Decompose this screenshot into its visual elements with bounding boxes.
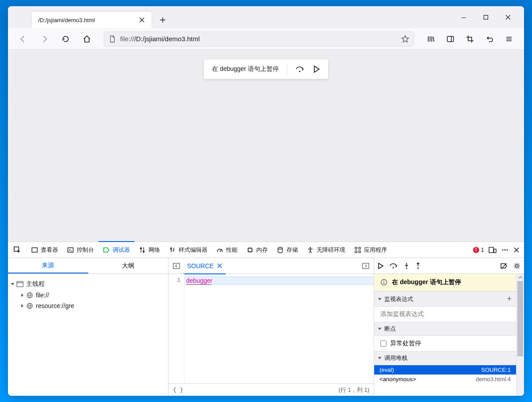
svg-rect-18 <box>17 281 23 287</box>
right-pane-scroll: 在 debugger 语句上暂停 监视表达式 + 添加监视表达式 断点 异 <box>374 274 516 396</box>
page-content: 在 debugger 语句上暂停 <box>8 50 524 242</box>
responsive-icon[interactable] <box>489 246 497 254</box>
star-icon[interactable] <box>401 35 409 43</box>
window-icon <box>16 281 23 288</box>
collapse-left-icon[interactable] <box>171 261 182 271</box>
code-line[interactable]: debugger <box>184 277 374 285</box>
resume-icon[interactable] <box>378 262 384 269</box>
scrollbar[interactable] <box>516 274 524 396</box>
close-icon[interactable] <box>217 263 222 268</box>
pretty-print-button[interactable]: { } <box>173 386 183 393</box>
stack-frame[interactable]: <anonymous> demo3.html:4 <box>374 375 516 384</box>
svg-rect-22 <box>363 263 369 269</box>
tab-sources[interactable]: 来源 <box>8 258 88 273</box>
tab-style-editor[interactable]: 样式编辑器 <box>164 242 212 258</box>
source-center-pane: SOURCE 1 debugger <box>168 258 374 396</box>
tab-applications[interactable]: 应用程序 <box>350 242 391 258</box>
url-input[interactable]: file:///D:/jsjiami/demo3.html <box>104 31 414 47</box>
tab-console[interactable]: 控制台 <box>63 242 98 258</box>
globe-icon <box>26 292 33 299</box>
step-over-icon[interactable] <box>389 263 398 269</box>
step-over-icon[interactable] <box>295 65 305 73</box>
minimize-button[interactable] <box>459 13 468 22</box>
svg-rect-12 <box>359 251 360 253</box>
window-controls <box>459 6 524 28</box>
maximize-button[interactable] <box>481 13 490 22</box>
globe-icon <box>26 302 33 309</box>
page-icon <box>109 35 116 43</box>
close-devtools-icon[interactable] <box>513 247 520 253</box>
gear-icon[interactable] <box>513 262 520 269</box>
chevron-down-icon <box>11 283 15 285</box>
kebab-icon[interactable] <box>501 246 509 254</box>
sidebar-icon[interactable] <box>443 32 458 46</box>
source-code-area[interactable]: 1 debugger <box>168 274 374 383</box>
undo-icon[interactable] <box>482 32 497 46</box>
home-button[interactable] <box>80 32 94 46</box>
svg-rect-4 <box>32 248 37 252</box>
back-button[interactable] <box>16 32 30 46</box>
reload-button[interactable] <box>59 32 73 46</box>
step-in-icon[interactable] <box>403 262 410 269</box>
debugger-right-pane: 在 debugger 语句上暂停 监视表达式 + 添加监视表达式 断点 异 <box>374 258 524 396</box>
tab-outline[interactable]: 大纲 <box>88 258 168 273</box>
tab-accessibility[interactable]: 无障碍环境 <box>302 242 350 258</box>
tab-storage[interactable]: 存储 <box>272 242 302 258</box>
info-icon <box>380 279 387 286</box>
source-footer: { } (行 1，列 1) <box>168 383 374 396</box>
scrollbar-thumb[interactable] <box>517 281 523 356</box>
tab-performance[interactable]: 性能 <box>212 242 242 258</box>
tab-memory[interactable]: 内存 <box>242 242 272 258</box>
stack-frame[interactable]: (eval) SOURCE:1 <box>374 365 516 375</box>
svg-point-16 <box>505 249 506 250</box>
close-icon[interactable] <box>138 16 145 23</box>
error-icon: ! <box>473 247 479 253</box>
checkbox[interactable] <box>380 340 387 347</box>
svg-point-28 <box>383 281 384 281</box>
disable-breakpoints-icon[interactable] <box>500 262 508 269</box>
browser-tab[interactable]: /D:/jsjiami/demo3.html <box>32 12 152 28</box>
cursor-position: (行 1，列 1) <box>339 386 369 394</box>
debugger-controls <box>374 258 524 274</box>
library-icon[interactable] <box>424 32 438 46</box>
pause-on-exceptions-checkbox[interactable]: 异常处暂停 <box>374 336 516 351</box>
svg-rect-14 <box>494 249 496 253</box>
watch-placeholder[interactable]: 添加监视表达式 <box>374 307 516 322</box>
svg-rect-11 <box>355 251 357 253</box>
breakpoints-section-header[interactable]: 断点 <box>374 322 516 336</box>
chevron-down-icon <box>378 328 382 330</box>
collapse-right-icon[interactable] <box>360 261 371 271</box>
tab-network[interactable]: 网络 <box>134 242 164 258</box>
debugger-pause-overlay: 在 debugger 语句上暂停 <box>204 59 328 79</box>
chevron-down-icon <box>378 357 382 359</box>
watch-section-header[interactable]: 监视表达式 + <box>374 291 516 307</box>
tab-inspector[interactable]: 查看器 <box>27 242 63 258</box>
resume-icon[interactable] <box>313 65 320 73</box>
crop-icon[interactable] <box>463 32 477 46</box>
menu-icon[interactable] <box>502 32 516 46</box>
close-window-button[interactable] <box>504 13 512 22</box>
callstack-section-header[interactable]: 调用堆栈 <box>374 351 516 365</box>
tree-row-file[interactable]: file:// <box>12 290 164 301</box>
svg-point-26 <box>516 265 518 267</box>
svg-point-23 <box>393 267 394 268</box>
forward-button[interactable] <box>37 32 51 46</box>
svg-rect-10 <box>359 247 360 249</box>
url-text: file:///D:/jsjiami/demo3.html <box>120 35 397 43</box>
tab-debugger[interactable]: 调试器 <box>98 242 134 258</box>
code-lines: debugger <box>184 274 374 383</box>
devtools-body: 来源 大纲 主线程 <box>8 258 524 396</box>
step-out-icon[interactable] <box>415 262 421 269</box>
scroll-up-icon[interactable] <box>516 274 524 281</box>
tree-row-resource[interactable]: resource://gre <box>12 301 164 311</box>
svg-point-24 <box>406 267 407 269</box>
plus-icon[interactable]: + <box>507 294 512 304</box>
tree-row-main-thread[interactable]: 主线程 <box>12 278 164 290</box>
left-pane-tabs: 来源 大纲 <box>8 258 168 274</box>
element-picker-icon[interactable] <box>8 242 27 258</box>
new-tab-button[interactable] <box>156 13 169 27</box>
error-count-badge[interactable]: ! 1 <box>473 246 484 253</box>
source-file-tab[interactable]: SOURCE <box>184 258 226 274</box>
chevron-down-icon <box>378 298 382 300</box>
svg-rect-9 <box>355 247 357 249</box>
